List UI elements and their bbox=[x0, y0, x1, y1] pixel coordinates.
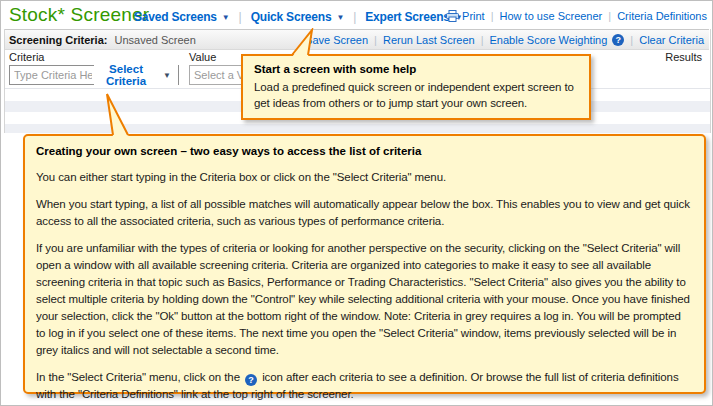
printer-icon bbox=[446, 10, 459, 22]
criteria-column-header: Criteria bbox=[9, 51, 44, 63]
criteria-input-group: Select Criteria ▼ bbox=[9, 65, 179, 85]
screening-criteria-label: Screening Criteria: bbox=[9, 34, 107, 46]
enable-score-weighting-link[interactable]: Enable Score Weighting bbox=[490, 34, 608, 46]
create-screen-tooltip: Creating your own screen – two easy ways… bbox=[23, 134, 706, 394]
tooltip-text-before-icon: In the "Select Criteria" menu, click on … bbox=[36, 371, 243, 383]
separator: | bbox=[239, 10, 242, 24]
menu-expert-screens-label: Expert Screens bbox=[365, 10, 450, 24]
separator: | bbox=[481, 34, 484, 46]
tooltip-paragraph: If you are unfamiliar with the types of … bbox=[36, 240, 693, 359]
tooltip-paragraph: When you start typing, a list of all pos… bbox=[36, 196, 693, 230]
separator: | bbox=[374, 34, 377, 46]
print-link-label: Print bbox=[462, 10, 485, 22]
tooltip-paragraph: In the "Select Criteria" menu, click on … bbox=[36, 369, 693, 403]
separator: | bbox=[630, 34, 633, 46]
help-icon[interactable]: ? bbox=[612, 34, 624, 46]
help-icon: ? bbox=[245, 374, 257, 386]
separator: | bbox=[608, 10, 611, 22]
clear-criteria-link[interactable]: Clear Criteria bbox=[639, 34, 704, 46]
screens-menubar: Saved Screens ▼ | Quick Screens ▼ | Expe… bbox=[134, 10, 463, 24]
toolbar-actions: Save Screen | Rerun Last Screen | Enable… bbox=[305, 34, 704, 46]
separator: | bbox=[353, 10, 356, 24]
header-links: Print | How to use Screener | Criteria D… bbox=[446, 10, 707, 22]
stock-screener-page: Stock* Screener Saved Screens ▼ | Quick … bbox=[0, 0, 713, 406]
menu-quick-screens-label: Quick Screens bbox=[251, 10, 332, 24]
chevron-down-icon: ▼ bbox=[163, 71, 171, 80]
screening-toolbar: Screening Criteria: Unsaved Screen Save … bbox=[4, 29, 709, 50]
menu-saved-screens[interactable]: Saved Screens ▼ bbox=[134, 10, 230, 24]
criteria-definitions-link[interactable]: Criteria Definitions bbox=[617, 10, 707, 22]
tooltip-paragraph: You can either start typing in the Crite… bbox=[36, 169, 693, 186]
tooltip-pointer-arrow bbox=[286, 28, 318, 59]
criteria-input[interactable] bbox=[10, 69, 94, 81]
screening-criteria-value: Unsaved Screen bbox=[114, 34, 195, 46]
rerun-last-screen-link[interactable]: Rerun Last Screen bbox=[383, 34, 475, 46]
screening-criteria-status: Screening Criteria: Unsaved Screen bbox=[9, 34, 196, 46]
quick-screens-tooltip: Start a screen with some help Load a pre… bbox=[241, 54, 591, 120]
select-criteria-label: Select Criteria bbox=[96, 63, 156, 87]
chevron-down-icon: ▼ bbox=[336, 13, 344, 22]
menu-quick-screens[interactable]: Quick Screens ▼ bbox=[251, 10, 345, 24]
tooltip-body: Load a predefined quick screen or indepe… bbox=[254, 79, 578, 111]
results-column-header: Results bbox=[665, 51, 702, 63]
page-title: Stock* Screener bbox=[9, 4, 149, 26]
menu-saved-screens-label: Saved Screens bbox=[134, 10, 217, 24]
tooltip-title: Start a screen with some help bbox=[254, 61, 578, 77]
value-column-header: Value bbox=[189, 51, 216, 63]
select-criteria-dropdown[interactable]: Select Criteria ▼ bbox=[94, 63, 178, 87]
chevron-down-icon: ▼ bbox=[222, 13, 230, 22]
print-link[interactable]: Print bbox=[446, 10, 485, 22]
how-to-use-screener-link[interactable]: How to use Screener bbox=[500, 10, 603, 22]
tooltip-pointer-arrow bbox=[101, 92, 133, 138]
tooltip-title: Creating your own screen – two easy ways… bbox=[36, 144, 693, 159]
separator: | bbox=[491, 10, 494, 22]
